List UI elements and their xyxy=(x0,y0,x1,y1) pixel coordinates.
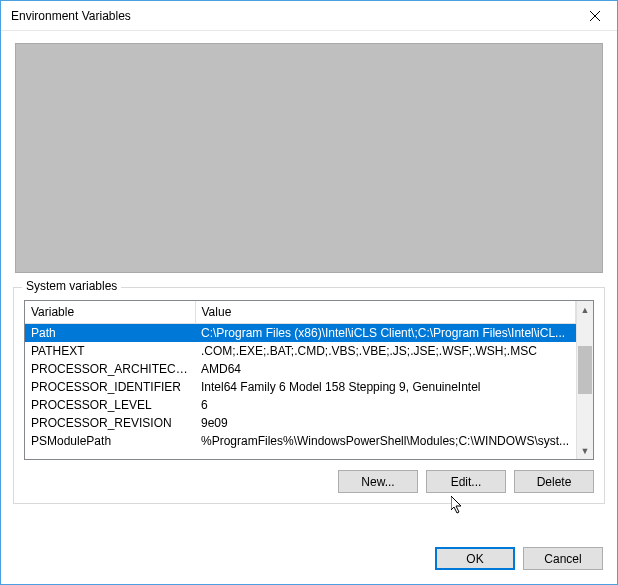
dialog-footer: OK Cancel xyxy=(1,529,617,584)
variable-value-cell: 9e09 xyxy=(195,414,576,432)
cancel-button[interactable]: Cancel xyxy=(523,547,603,570)
table-row[interactable]: PROCESSOR_ARCHITECTUREAMD64 xyxy=(25,360,576,378)
delete-button[interactable]: Delete xyxy=(514,470,594,493)
scroll-down-arrow-icon[interactable]: ▼ xyxy=(577,442,593,459)
system-variables-list[interactable]: Variable Value PathC:\Program Files (x86… xyxy=(24,300,594,460)
edit-button[interactable]: Edit... xyxy=(426,470,506,493)
column-header-variable[interactable]: Variable xyxy=(25,301,195,324)
variable-name-cell: PROCESSOR_REVISION xyxy=(25,414,195,432)
vertical-scrollbar[interactable]: ▲ ▼ xyxy=(576,301,593,459)
system-variables-buttons: New... Edit... Delete xyxy=(24,470,594,493)
variable-value-cell: Intel64 Family 6 Model 158 Stepping 9, G… xyxy=(195,378,576,396)
column-header-value[interactable]: Value xyxy=(195,301,576,324)
variable-name-cell: PROCESSOR_IDENTIFIER xyxy=(25,378,195,396)
system-variables-group: System variables Variable Value xyxy=(13,287,605,504)
variable-value-cell: %ProgramFiles%\WindowsPowerShell\Modules… xyxy=(195,432,576,450)
table-row[interactable]: PSModulePath%ProgramFiles%\WindowsPowerS… xyxy=(25,432,576,450)
variable-value-cell: C:\Program Files (x86)\Intel\iCLS Client… xyxy=(195,324,576,343)
variable-value-cell: 6 xyxy=(195,396,576,414)
variable-name-cell: PROCESSOR_ARCHITECTURE xyxy=(25,360,195,378)
variable-name-cell: PATHEXT xyxy=(25,342,195,360)
scrollbar-track[interactable] xyxy=(577,318,593,442)
variable-name-cell: Path xyxy=(25,324,195,343)
scrollbar-thumb[interactable] xyxy=(578,346,592,394)
ok-button[interactable]: OK xyxy=(435,547,515,570)
variable-name-cell: PROCESSOR_LEVEL xyxy=(25,396,195,414)
table-row[interactable]: PROCESSOR_REVISION9e09 xyxy=(25,414,576,432)
window-title: Environment Variables xyxy=(11,9,131,23)
dialog-content: System variables Variable Value xyxy=(1,31,617,529)
variable-value-cell: .COM;.EXE;.BAT;.CMD;.VBS;.VBE;.JS;.JSE;.… xyxy=(195,342,576,360)
table-row[interactable]: PROCESSOR_LEVEL6 xyxy=(25,396,576,414)
close-button[interactable] xyxy=(572,1,617,31)
close-icon xyxy=(590,11,600,21)
titlebar: Environment Variables xyxy=(1,1,617,31)
table-row[interactable]: PathC:\Program Files (x86)\Intel\iCLS Cl… xyxy=(25,324,576,343)
user-variables-panel xyxy=(15,43,603,273)
table-row[interactable]: PROCESSOR_IDENTIFIERIntel64 Family 6 Mod… xyxy=(25,378,576,396)
new-button[interactable]: New... xyxy=(338,470,418,493)
variable-value-cell: AMD64 xyxy=(195,360,576,378)
variable-name-cell: PSModulePath xyxy=(25,432,195,450)
environment-variables-dialog: Environment Variables System variables xyxy=(0,0,618,585)
table-row[interactable]: PATHEXT.COM;.EXE;.BAT;.CMD;.VBS;.VBE;.JS… xyxy=(25,342,576,360)
scroll-up-arrow-icon[interactable]: ▲ xyxy=(577,301,593,318)
table-header-row: Variable Value xyxy=(25,301,576,324)
system-variables-label: System variables xyxy=(22,279,121,293)
